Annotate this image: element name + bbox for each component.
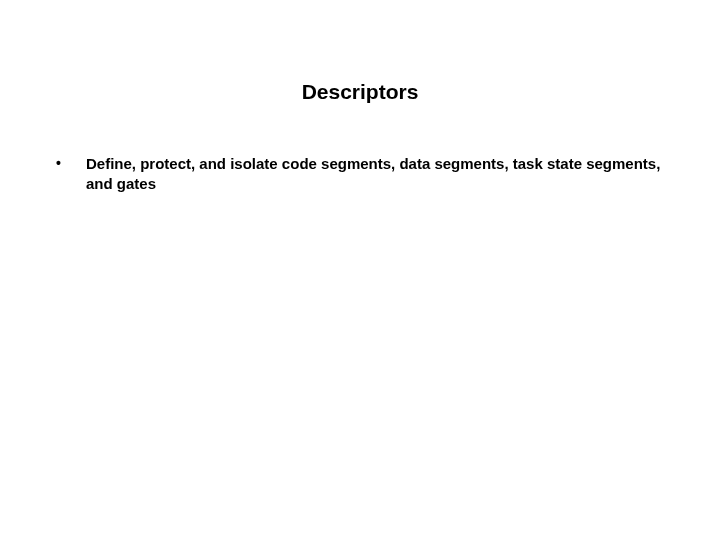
slide-content: • Define, protect, and isolate code segm…	[0, 154, 720, 195]
slide: Descriptors • Define, protect, and isola…	[0, 80, 720, 540]
bullet-text: Define, protect, and isolate code segmen…	[86, 154, 690, 195]
bullet-marker: •	[50, 154, 86, 173]
slide-title: Descriptors	[0, 80, 720, 104]
bullet-item: • Define, protect, and isolate code segm…	[50, 154, 690, 195]
